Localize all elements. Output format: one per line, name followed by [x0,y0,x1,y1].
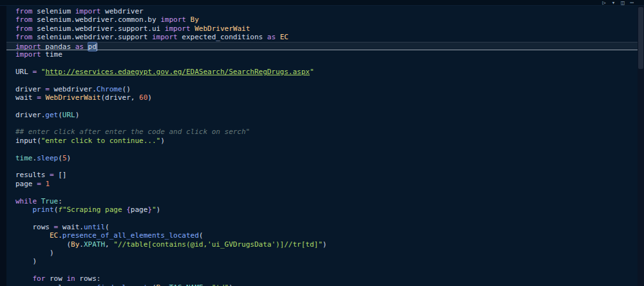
code-line[interactable]: for row in rows: [6,274,638,283]
scrollbar-thumb[interactable] [638,7,643,69]
code-line[interactable]: page = 1 [6,180,638,188]
code-line[interactable] [6,59,638,67]
code-token: until [84,223,105,231]
code-line[interactable]: driver = webdriver.Chrome() [6,85,638,93]
code-token: driver [15,85,45,93]
code-line[interactable]: wait = WebDriverWait(driver, 60) [6,93,638,102]
code-line[interactable]: from selenium import webdriver [6,7,638,15]
code-token: " [152,205,156,214]
code-line[interactable]: print(f"Scraping page {page}") [6,205,638,214]
code-line[interactable]: ## enter click after enter the code and … [6,128,638,136]
editor-actions: ▷ ▾ ◫ ⋯ [602,0,634,6]
code-line[interactable]: cols = row.find_elements(By.TAG_NAME, "t… [6,283,638,286]
code-token: selenium.webdriver.support [33,33,152,41]
code-token: EC [276,33,289,41]
code-token: ( [58,111,62,119]
code-line[interactable]: EC.presence_of_all_elements_located( [6,231,638,240]
code-token: } [147,205,152,214]
code-token: = [37,93,41,102]
code-token [15,274,33,283]
code-line[interactable] [6,145,638,153]
code-token: True [41,197,59,205]
code-lines[interactable]: from selenium import webdriverfrom selen… [6,6,638,286]
code-token: http://eservices.edaegypt.gov.eg/EDASear… [45,68,310,76]
code-line[interactable] [6,162,638,171]
code-token: ## enter click after enter the code and … [15,128,250,136]
code-line[interactable]: (By.XPATH, "//table[contains(@id,'ui_GVD… [6,240,638,249]
code-token [15,205,33,214]
code-token: ) [67,154,71,162]
code-token: selenium.webdriver.common.by [33,15,161,24]
code-line[interactable]: time.sleep(5) [6,154,638,162]
code-token: = [50,171,54,179]
editor-gutter-edge [0,0,6,286]
code-line[interactable] [6,214,638,222]
code-line[interactable] [6,102,638,110]
code-token: WebDriverWait [45,93,100,102]
code-token: import [15,50,41,59]
code-line[interactable]: from selenium.webdriver.common.by import… [6,15,638,24]
code-token: find_elements [97,283,152,286]
code-token: EC [50,231,58,240]
code-token: time [15,154,33,162]
code-token: [] [54,171,67,179]
code-line[interactable]: ) [6,257,638,265]
code-token [15,231,50,240]
code-token: (driver, [100,93,139,102]
code-token: import [165,24,191,33]
code-token: By [71,240,79,249]
code-token: while [15,197,37,205]
code-token: . [79,240,84,249]
code-line[interactable] [6,119,638,128]
split-editor-icon[interactable]: ◫ [621,0,624,6]
vertical-scrollbar[interactable] [638,6,644,286]
run-icon[interactable]: ▷ [602,0,605,6]
code-line[interactable]: while True: [6,197,638,205]
code-line[interactable]: from selenium.webdriver.support import e… [6,33,638,41]
run-dropdown-icon[interactable]: ▾ [612,0,615,6]
code-token: import [160,15,186,24]
code-token: URL [15,68,33,76]
code-line[interactable]: input("enter click to continue...") [6,137,638,145]
code-token: By [156,283,165,286]
code-token: from [15,24,33,33]
code-token: sleep [37,154,58,162]
code-token: rows: [75,274,101,283]
code-token: rows [15,223,54,231]
code-line[interactable] [6,266,638,274]
code-token: . [58,231,62,240]
code-token: : [58,197,62,205]
more-actions-icon[interactable]: ⋯ [630,0,634,6]
code-line[interactable]: import time [6,50,638,59]
editor-title-bar: ▷ ▾ ◫ ⋯ [0,0,644,6]
code-line[interactable]: ) [6,249,638,257]
code-line[interactable]: results = [] [6,171,638,179]
code-line[interactable]: URL = "http://eservices.edaegypt.gov.eg/… [6,68,638,76]
code-token: URL [62,111,75,119]
code-token: page [131,205,148,214]
code-line[interactable] [6,76,638,84]
code-token: pandas [41,43,75,51]
code-token: = [45,85,50,93]
code-token: presence_of_all_elements_located [62,231,199,240]
code-token: pd [88,43,97,51]
code-token: driver. [15,111,45,119]
code-token: time [41,50,62,59]
code-line[interactable]: rows = wait.until( [6,223,638,231]
text-cursor [97,43,98,51]
code-token: input [15,137,37,145]
code-token: { [126,205,131,214]
code-token: import [15,43,41,51]
code-line[interactable] [6,188,638,196]
code-token: row. [75,283,97,286]
code-line[interactable]: import pandas as pd [6,42,638,50]
code-token: get [45,111,58,119]
code-token: f [58,205,62,214]
code-token: () [122,85,131,93]
code-token: from [15,7,33,15]
code-token: WebDriverWait [191,24,251,33]
code-line[interactable]: from selenium.webdriver.support.ui impor… [6,24,638,33]
code-token: ) [75,111,80,119]
code-token: cols [15,283,71,286]
code-line[interactable]: driver.get(URL) [6,111,638,119]
